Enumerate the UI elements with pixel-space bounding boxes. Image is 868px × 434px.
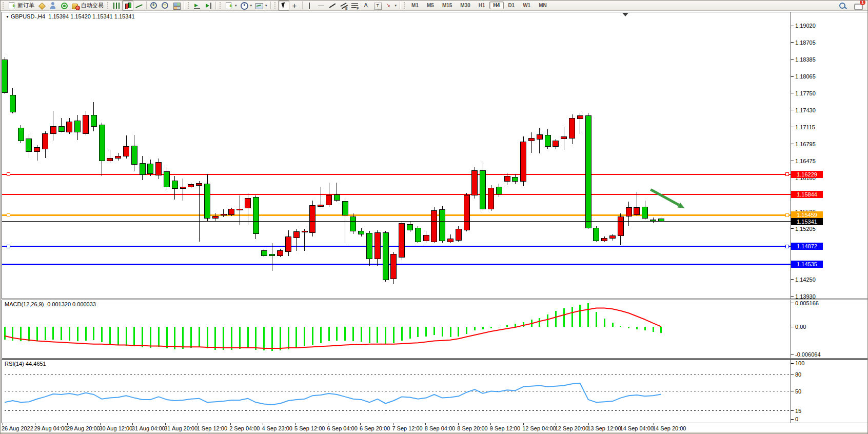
- candlestick: [83, 115, 89, 133]
- toolbar-grip[interactable]: [274, 2, 277, 9]
- notification-badge: 1: [860, 0, 865, 5]
- time-label: 12 Sep 20:00: [555, 425, 588, 431]
- timeframe-m5[interactable]: M5: [423, 2, 438, 9]
- line-endpoint-marker[interactable]: [785, 213, 788, 216]
- trendline-tool-button[interactable]: [327, 1, 338, 11]
- zoom-in-button[interactable]: [148, 1, 160, 11]
- toolbar-grip[interactable]: [220, 2, 222, 9]
- arrows-icon: [385, 2, 393, 10]
- text-label-tool-button[interactable]: [372, 1, 383, 11]
- channel-icon: [340, 2, 348, 10]
- timeframe-m1[interactable]: M1: [407, 2, 423, 9]
- fibonacci-tool-button[interactable]: [349, 1, 361, 11]
- trend-arrow-annotation[interactable]: [650, 189, 679, 205]
- indicators-button[interactable]: [36, 1, 47, 11]
- signals-button[interactable]: [58, 1, 70, 11]
- candlestick: [326, 195, 332, 205]
- line-endpoint-marker[interactable]: [785, 173, 788, 176]
- ohlc-close: 1.15341: [114, 13, 135, 19]
- line-endpoint-marker[interactable]: [785, 245, 788, 248]
- toolbar-grip[interactable]: [107, 2, 109, 9]
- chart-shift-marker[interactable]: [622, 13, 628, 16]
- candlestick: [342, 201, 348, 215]
- candlestick: [415, 228, 421, 242]
- candlestick: [180, 187, 186, 188]
- cursor-tool-button[interactable]: [278, 1, 289, 11]
- price-chart-canvas[interactable]: 1.190201.187051.183851.180651.177501.174…: [1, 11, 868, 434]
- candlestick: [383, 233, 388, 280]
- time-label: 1 Sep 12:00: [197, 425, 227, 431]
- channel-tool-button[interactable]: [338, 1, 349, 11]
- timeframe-h4[interactable]: H4: [489, 2, 504, 9]
- price-tick-label: 1.13930: [795, 293, 816, 300]
- ohlc-open: 1.15394: [48, 13, 69, 19]
- timeframe-m15[interactable]: M15: [438, 2, 456, 9]
- new-order-button[interactable]: 新订单: [6, 1, 36, 11]
- timeframe-d1[interactable]: D1: [504, 2, 519, 9]
- candlestick: [480, 170, 486, 209]
- time-label: 14 Sep 20:00: [653, 425, 686, 431]
- time-label: 31 Aug 20:00: [164, 425, 198, 431]
- candlestick: [278, 251, 283, 255]
- toolbar-grip[interactable]: [188, 2, 190, 9]
- chart-shift-button[interactable]: [203, 1, 214, 11]
- tile-windows-button[interactable]: [171, 1, 182, 11]
- time-label: 4 Sep 23:00: [262, 425, 292, 431]
- accounts-button[interactable]: [47, 1, 58, 11]
- search-button[interactable]: [837, 1, 848, 11]
- macd-name: MACD(12,26,9): [5, 301, 44, 307]
- templates-button[interactable]: ▾: [253, 1, 269, 11]
- candlestick: [521, 142, 526, 182]
- candlestick: [537, 135, 542, 140]
- line-chart-button[interactable]: [133, 1, 145, 11]
- candlestick: [43, 134, 48, 149]
- ohlc-low: 1.15341: [92, 13, 113, 19]
- toolbar-grip[interactable]: [404, 2, 406, 9]
- auto-scroll-button[interactable]: [191, 1, 203, 11]
- autotrading-button[interactable]: 自动交易: [70, 1, 105, 11]
- zoom-in-icon: [150, 2, 158, 10]
- candlestick: [269, 254, 275, 255]
- candlestick: [399, 224, 405, 257]
- candlestick: [293, 231, 299, 238]
- horizontal-line-tool-button[interactable]: [315, 1, 327, 11]
- candlestick: [496, 187, 502, 194]
- macd-indicator-label: MACD(12,26,9) -0.001320 0.000033: [5, 301, 96, 307]
- mt4-terminal-window: 新订单 自动交易 ▾ ▾ ▾ ▾: [0, 0, 868, 434]
- periods-button[interactable]: ▾: [239, 1, 254, 11]
- crosshair-tool-button[interactable]: [289, 1, 301, 11]
- notifications-button[interactable]: 1: [852, 1, 863, 11]
- bar-chart-button[interactable]: [111, 1, 122, 11]
- timeframe-w1[interactable]: W1: [519, 2, 535, 9]
- rsi-tick-label: 0: [795, 416, 798, 422]
- new-chart-button[interactable]: ▾: [223, 1, 239, 11]
- macd-tick-label: 0.005166: [795, 300, 819, 306]
- price-tick-label: 1.17430: [795, 107, 816, 113]
- timeframe-h1[interactable]: H1: [475, 2, 489, 9]
- line-endpoint-marker[interactable]: [7, 173, 10, 176]
- zoom-out-icon: [161, 2, 169, 10]
- text-tool-button[interactable]: [361, 1, 372, 11]
- vertical-line-tool-button[interactable]: [304, 1, 315, 11]
- chart-dropdown-icon[interactable]: ▼: [6, 15, 9, 18]
- fibonacci-icon: [351, 2, 359, 10]
- timeframe-mn[interactable]: MN: [535, 2, 551, 9]
- price-tick-label: 1.17115: [795, 124, 815, 130]
- trendline-icon: [328, 2, 337, 10]
- line-endpoint-marker[interactable]: [7, 213, 10, 216]
- candlestick: [642, 207, 648, 219]
- candlestick: [488, 188, 494, 209]
- timeframe-m30[interactable]: M30: [456, 2, 474, 9]
- candlestick: [634, 208, 640, 214]
- line-endpoint-marker[interactable]: [7, 245, 10, 248]
- candlestick-chart-button[interactable]: [122, 1, 133, 11]
- candlestick: [212, 216, 218, 218]
- toolbar-grip[interactable]: [3, 2, 5, 9]
- arrows-tool-button[interactable]: ▾: [383, 1, 399, 11]
- rsi-indicator-label: RSI(14) 44.4651: [5, 361, 46, 367]
- zoom-out-button[interactable]: [160, 1, 171, 11]
- candlestick: [10, 95, 15, 112]
- timeframe-toolbar: M1M5M15M30H1H4D1W1MN: [407, 2, 551, 9]
- time-label: 12 Sep 04:00: [522, 425, 556, 431]
- candlestick: [440, 210, 445, 241]
